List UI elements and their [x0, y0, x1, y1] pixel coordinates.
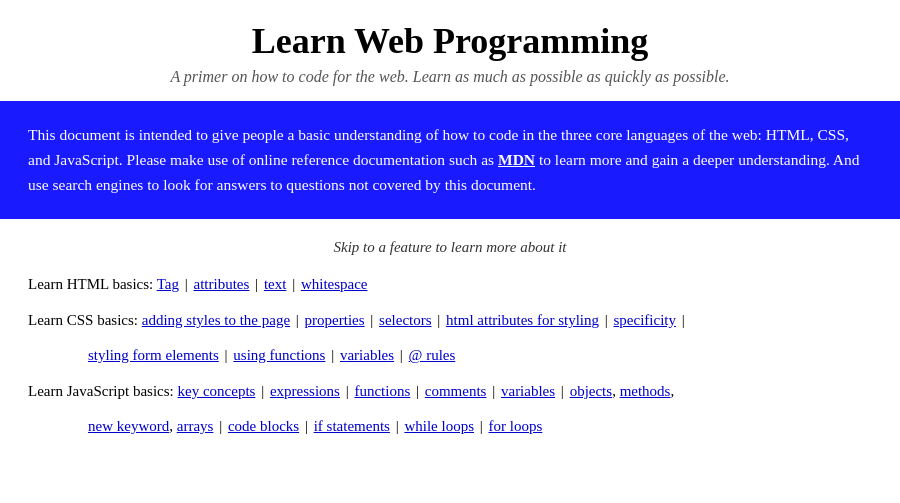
link-tag[interactable]: Tag [157, 276, 179, 292]
css-label: Learn CSS basics: [28, 312, 138, 328]
blue-banner: This document is intended to give people… [0, 101, 900, 219]
js-learn-line-2: new keyword, arrays | code blocks | if s… [28, 414, 872, 440]
link-styling-form[interactable]: styling form elements [88, 347, 219, 363]
link-methods[interactable]: methods [620, 383, 671, 399]
main-title: Learn Web Programming [10, 20, 890, 62]
link-specificity[interactable]: specificity [614, 312, 676, 328]
link-functions[interactable]: functions [354, 383, 410, 399]
link-using-functions[interactable]: using functions [233, 347, 325, 363]
link-code-blocks[interactable]: code blocks [228, 418, 299, 434]
link-for-loops[interactable]: for loops [489, 418, 543, 434]
link-objects[interactable]: objects [570, 383, 613, 399]
html-learn-line: Learn HTML basics: Tag | attributes | te… [28, 272, 872, 298]
css-learn-line-2: styling form elements | using functions … [28, 343, 872, 369]
html-label: Learn HTML basics: [28, 276, 153, 292]
link-text[interactable]: text [264, 276, 287, 292]
skip-text: Skip to a feature to learn more about it [28, 239, 872, 256]
link-selectors[interactable]: selectors [379, 312, 431, 328]
mdn-link[interactable]: MDN [498, 151, 535, 168]
link-arrays[interactable]: arrays [177, 418, 214, 434]
header-section: Learn Web Programming A primer on how to… [0, 0, 900, 101]
js-learn-line: Learn JavaScript basics: key concepts | … [28, 379, 872, 405]
link-comments[interactable]: comments [425, 383, 487, 399]
js-label: Learn JavaScript basics: [28, 383, 174, 399]
subtitle: A primer on how to code for the web. Lea… [10, 68, 890, 86]
link-new-keyword[interactable]: new keyword [88, 418, 169, 434]
css-learn-line: Learn CSS basics: adding styles to the p… [28, 308, 872, 334]
link-if-statements[interactable]: if statements [314, 418, 390, 434]
link-whitespace[interactable]: whitespace [301, 276, 368, 292]
link-at-rules[interactable]: @ rules [409, 347, 456, 363]
link-attributes[interactable]: attributes [194, 276, 250, 292]
link-key-concepts[interactable]: key concepts [178, 383, 256, 399]
link-properties[interactable]: properties [305, 312, 365, 328]
content-section: Skip to a feature to learn more about it… [0, 219, 900, 470]
link-html-attributes[interactable]: html attributes for styling [446, 312, 599, 328]
link-adding-styles[interactable]: adding styles to the page [142, 312, 290, 328]
link-while-loops[interactable]: while loops [404, 418, 474, 434]
link-expressions[interactable]: expressions [270, 383, 340, 399]
link-js-variables[interactable]: variables [501, 383, 555, 399]
link-variables-css[interactable]: variables [340, 347, 394, 363]
